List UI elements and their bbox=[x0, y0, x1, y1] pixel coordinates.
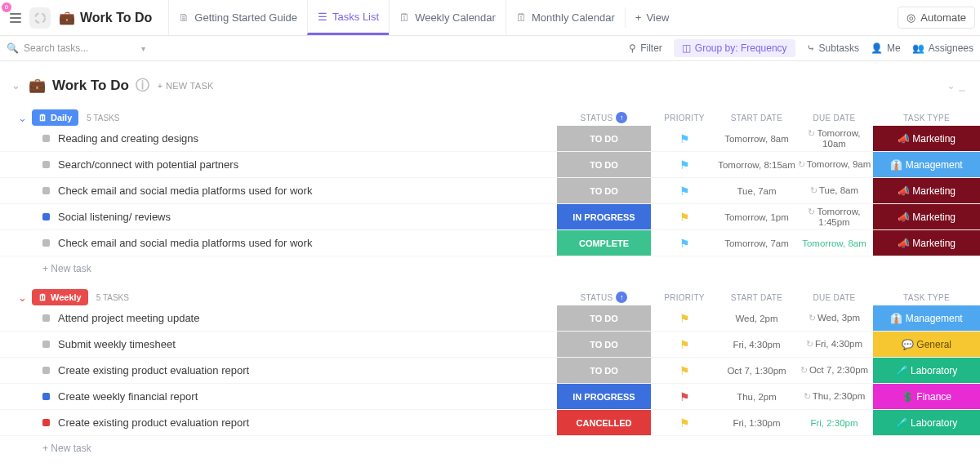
start-date-cell[interactable]: Thu, 2pm bbox=[718, 392, 795, 402]
task-name[interactable]: Check email and social media platforms u… bbox=[58, 237, 312, 249]
task-type-cell[interactable]: 📣 Marketing bbox=[873, 230, 980, 256]
status-cell[interactable]: COMPLETE bbox=[557, 230, 651, 256]
due-date-cell[interactable]: ↻Tomorrow, 1:45pm bbox=[795, 207, 873, 227]
new-task-button[interactable]: + NEW TASK bbox=[158, 81, 214, 91]
status-cell[interactable]: CANCELLED bbox=[557, 410, 651, 435]
group-badge[interactable]: 🗓 Weekly bbox=[32, 289, 88, 305]
status-cell[interactable]: IN PROGRESS bbox=[557, 204, 651, 229]
task-name[interactable]: Search/connect with potential partners bbox=[58, 158, 238, 171]
group-badge[interactable]: 🗓 Daily bbox=[32, 109, 78, 126]
group-by-button[interactable]: ◫ Group by: Frequency bbox=[674, 39, 795, 57]
col-status[interactable]: Status↑ bbox=[557, 292, 651, 303]
due-date-cell[interactable]: ↻Tomorrow, 9am bbox=[795, 159, 873, 170]
priority-cell[interactable]: ⚑ bbox=[651, 390, 718, 403]
due-date-cell[interactable]: ↻Thu, 2:30pm bbox=[795, 391, 873, 402]
task-type-cell[interactable]: 💲 Finance bbox=[873, 384, 980, 409]
task-name[interactable]: Create existing product evaluation repor… bbox=[58, 364, 249, 376]
col-due-date[interactable]: Due Date bbox=[795, 114, 873, 122]
status-square[interactable] bbox=[42, 367, 50, 374]
task-row[interactable]: Reading and creating designs TO DO ⚑ Tom… bbox=[0, 126, 980, 152]
status-cell[interactable]: TO DO bbox=[557, 332, 651, 357]
col-start-date[interactable]: Start Date bbox=[718, 293, 795, 302]
status-cell[interactable]: TO DO bbox=[557, 126, 651, 151]
due-date-cell[interactable]: ↻Tomorrow, 10am bbox=[795, 128, 873, 149]
new-task-row[interactable]: + New task bbox=[0, 256, 980, 281]
assignees-button[interactable]: 👥 Assignees bbox=[912, 42, 973, 54]
task-row[interactable]: Attend project meeting update TO DO ⚑ We… bbox=[0, 305, 980, 332]
col-priority[interactable]: Priority bbox=[651, 114, 718, 122]
due-date-cell[interactable]: Tomorrow, 8am bbox=[795, 238, 873, 248]
task-name[interactable]: Check email and social media platforms u… bbox=[58, 185, 312, 197]
start-date-cell[interactable]: Fri, 4:30pm bbox=[718, 340, 795, 350]
start-date-cell[interactable]: Wed, 2pm bbox=[718, 314, 795, 323]
task-type-cell[interactable]: 🧪 Laboratory bbox=[873, 358, 980, 383]
search-input[interactable]: 🔍 Search tasks... ▾ bbox=[7, 42, 145, 54]
tab-monthly-calendar[interactable]: 🗓 Monthly Calendar bbox=[506, 0, 625, 35]
due-date-cell[interactable]: Fri, 2:30pm bbox=[795, 418, 873, 428]
start-date-cell[interactable]: Tomorrow, 1pm bbox=[718, 212, 795, 222]
priority-cell[interactable]: ⚑ bbox=[651, 158, 718, 171]
task-row[interactable]: Create existing product evaluation repor… bbox=[0, 410, 980, 436]
priority-cell[interactable]: ⚑ bbox=[651, 211, 718, 224]
task-type-cell[interactable]: 📣 Marketing bbox=[873, 204, 980, 229]
status-square[interactable] bbox=[42, 314, 50, 322]
start-date-cell[interactable]: Tomorrow, 8:15am bbox=[718, 160, 795, 170]
status-square[interactable] bbox=[42, 239, 50, 247]
status-square[interactable] bbox=[42, 213, 50, 220]
collapse-group-button[interactable]: ⌄ bbox=[18, 112, 27, 124]
task-name[interactable]: Social listening/ reviews bbox=[58, 211, 171, 223]
collapse-toggle[interactable]: ⌄ ⎯ bbox=[947, 79, 970, 91]
status-square[interactable] bbox=[42, 187, 50, 194]
filter-button[interactable]: ⚲ Filter bbox=[629, 42, 662, 54]
start-date-cell[interactable]: Tue, 7am bbox=[718, 186, 795, 196]
task-type-cell[interactable]: 📣 Marketing bbox=[873, 178, 980, 203]
subtasks-button[interactable]: ⤷ Subtasks bbox=[807, 42, 859, 54]
status-cell[interactable]: TO DO bbox=[557, 178, 651, 203]
start-date-cell[interactable]: Fri, 1:30pm bbox=[718, 418, 795, 428]
due-date-cell[interactable]: ↻Oct 7, 2:30pm bbox=[795, 365, 873, 376]
task-row[interactable]: Check email and social media platforms u… bbox=[0, 230, 980, 256]
priority-cell[interactable]: ⚑ bbox=[651, 237, 718, 250]
automate-button[interactable]: ◎ Automate bbox=[898, 7, 975, 29]
col-start-date[interactable]: Start Date bbox=[718, 114, 795, 122]
task-name[interactable]: Create weekly financial report bbox=[58, 390, 198, 403]
collapse-all-button[interactable]: ⌄ bbox=[11, 79, 20, 91]
task-type-cell[interactable]: 👔 Management bbox=[873, 152, 980, 177]
tab-getting-started[interactable]: 🗎 Getting Started Guide bbox=[168, 0, 307, 35]
status-cell[interactable]: IN PROGRESS bbox=[557, 384, 651, 409]
priority-cell[interactable]: ⚑ bbox=[651, 312, 718, 325]
new-task-row[interactable]: + New task bbox=[0, 436, 980, 461]
col-task-type[interactable]: Task Type bbox=[873, 293, 980, 302]
col-due-date[interactable]: Due Date bbox=[795, 293, 873, 302]
due-date-cell[interactable]: ↻Wed, 3pm bbox=[795, 313, 873, 323]
priority-cell[interactable]: ⚑ bbox=[651, 132, 718, 145]
start-date-cell[interactable]: Tomorrow, 8am bbox=[718, 134, 795, 144]
task-type-cell[interactable]: 🧪 Laboratory bbox=[873, 410, 980, 435]
status-cell[interactable]: TO DO bbox=[557, 152, 651, 177]
col-status[interactable]: Status↑ bbox=[557, 112, 651, 123]
priority-cell[interactable]: ⚑ bbox=[651, 364, 718, 377]
task-row[interactable]: Create weekly financial report IN PROGRE… bbox=[0, 384, 980, 410]
task-name[interactable]: Submit weekly timesheet bbox=[58, 338, 176, 350]
due-date-cell[interactable]: ↻Tue, 8am bbox=[795, 185, 873, 196]
status-cell[interactable]: TO DO bbox=[557, 358, 651, 383]
task-row[interactable]: Create existing product evaluation repor… bbox=[0, 358, 980, 384]
task-row[interactable]: Search/connect with potential partners T… bbox=[0, 152, 980, 178]
col-priority[interactable]: Priority bbox=[651, 293, 718, 302]
status-square[interactable] bbox=[42, 161, 50, 168]
info-icon[interactable]: ⓘ bbox=[136, 76, 149, 95]
menu-button[interactable] bbox=[5, 7, 26, 29]
status-square[interactable] bbox=[42, 135, 50, 142]
task-type-cell[interactable]: 💬 General bbox=[873, 332, 980, 357]
task-name[interactable]: Reading and creating designs bbox=[58, 132, 198, 145]
priority-cell[interactable]: ⚑ bbox=[651, 338, 718, 351]
col-task-type[interactable]: Task Type bbox=[873, 114, 980, 122]
task-name[interactable]: Attend project meeting update bbox=[58, 312, 199, 324]
status-cell[interactable]: TO DO bbox=[557, 305, 651, 331]
me-button[interactable]: 👤 Me bbox=[871, 42, 901, 54]
task-row[interactable]: Submit weekly timesheet TO DO ⚑ Fri, 4:3… bbox=[0, 332, 980, 358]
task-row[interactable]: Social listening/ reviews IN PROGRESS ⚑ … bbox=[0, 204, 980, 230]
status-square[interactable] bbox=[42, 393, 50, 400]
task-type-cell[interactable]: 👔 Management bbox=[873, 305, 980, 331]
task-name[interactable]: Create existing product evaluation repor… bbox=[58, 416, 249, 429]
